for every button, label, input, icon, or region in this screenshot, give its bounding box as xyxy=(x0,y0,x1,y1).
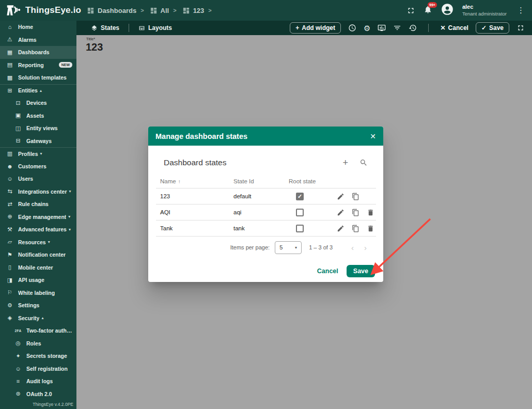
avatar-icon xyxy=(441,3,454,16)
sidebar-item-assets[interactable]: ▣ Assets xyxy=(0,109,76,122)
page-size-select[interactable]: 5 ▾ xyxy=(275,241,302,254)
previous-page-button[interactable]: ‹ xyxy=(346,243,359,252)
sidebar: ⌂ Home ⚠ Alarms ▦ Dashboards xyxy=(0,21,76,409)
customers-icon: ☻ xyxy=(5,163,14,169)
dialog-header: Manage dashboard states ✕ xyxy=(148,127,383,146)
plus-icon: + xyxy=(295,24,299,32)
search-button[interactable] xyxy=(359,159,368,167)
sidebar-item-profiles[interactable]: ▥ Profiles ▾ xyxy=(0,147,76,160)
sidebar-item-solution-templates[interactable]: ▩ Solution templates xyxy=(0,71,76,84)
sidebar-item-users[interactable]: ☺ Users xyxy=(0,172,76,185)
root-state-checkbox[interactable] xyxy=(296,209,304,216)
page: ThingsEye.io Dashboards > All > 123 xyxy=(0,0,532,409)
sidebar-item-audit-logs[interactable]: ≡ Audit logs xyxy=(0,375,76,388)
self-registration-icon: ☺ xyxy=(13,366,23,372)
white-labeling-icon: ⚐ xyxy=(5,289,14,296)
security-icon: ◈ xyxy=(5,314,14,321)
dialog-cancel-button[interactable]: Cancel xyxy=(317,268,338,275)
sidebar-item-reporting[interactable]: ▤ Reporting NEW xyxy=(0,59,76,72)
toolbar-fullscreen-button[interactable] xyxy=(517,24,525,32)
layouts-button[interactable]: Layouts xyxy=(135,22,175,34)
duplicate-state-button[interactable] xyxy=(350,207,361,218)
states-button[interactable]: States xyxy=(88,22,122,34)
sidebar-item-home[interactable]: ⌂ Home xyxy=(0,21,76,34)
more-menu-button[interactable]: ⋮ xyxy=(515,6,527,15)
sidebar-item-secrets-storage[interactable]: ✦ Secrets storage xyxy=(0,350,76,363)
trash-icon xyxy=(367,225,374,232)
sidebar-item-entities[interactable]: ⊞ Entities ▴ xyxy=(0,84,76,97)
table-header-row: Name↑ State Id Root state xyxy=(156,175,376,188)
edit-state-button[interactable] xyxy=(335,191,346,202)
dialog-close-button[interactable]: ✕ xyxy=(370,133,376,140)
sidebar-item-advanced-features[interactable]: ⚒ Advanced features ▾ xyxy=(0,223,76,236)
manage-dashboard-states-dialog: Manage dashboard states ✕ Dashboard stat… xyxy=(148,127,383,282)
sidebar-item-settings[interactable]: ⚙ Settings xyxy=(0,299,76,312)
breadcrumb-item-all[interactable]: All > xyxy=(150,7,178,14)
duplicate-state-button[interactable] xyxy=(350,191,361,202)
sidebar-item-roles[interactable]: ◎ Roles xyxy=(0,337,76,350)
sidebar-item-notification-center[interactable]: ⚑ Notification center xyxy=(0,248,76,261)
dialog-save-button[interactable]: Save xyxy=(347,265,375,277)
sidebar-item-oauth-2-0[interactable]: ⊛ OAuth 2.0 xyxy=(0,388,76,401)
cell-name: Tank xyxy=(156,225,233,231)
app-logo[interactable]: ThingsEye.io xyxy=(0,4,87,17)
sidebar-item-edge-management[interactable]: ⊕ Edge management ▾ xyxy=(0,211,76,224)
screen-chart-icon xyxy=(378,24,386,32)
avatar[interactable] xyxy=(441,3,454,18)
breadcrumb-item-123[interactable]: 123 > xyxy=(182,7,213,14)
cell-state-id: default xyxy=(233,193,289,199)
duplicate-state-button[interactable] xyxy=(350,223,361,234)
delete-state-button[interactable] xyxy=(365,223,376,234)
sidebar-item-rule-chains[interactable]: ⇄ Rule chains xyxy=(0,198,76,211)
oauth-2-0-icon: ⊛ xyxy=(13,390,23,397)
edit-state-button[interactable] xyxy=(335,207,346,218)
chevron-icon: ▾ xyxy=(40,151,42,156)
sidebar-item-resources[interactable]: ▱ Resources ▾ xyxy=(0,236,76,249)
sidebar-item-customers[interactable]: ☻ Customers xyxy=(0,160,76,173)
dashboard-title-value[interactable]: 123 xyxy=(86,41,103,53)
delete-state-button[interactable] xyxy=(365,207,376,218)
solution-templates-icon: ▩ xyxy=(5,74,14,81)
sidebar-item-devices[interactable]: ⊡ Devices xyxy=(0,97,76,109)
root-state-checkbox[interactable] xyxy=(296,225,304,232)
sidebar-item-self-registration[interactable]: ☺ Self registration xyxy=(0,363,76,375)
sidebar-item-two-factor-authentication[interactable]: 2FA Two-factor authenticati... xyxy=(0,324,76,337)
sidebar-item-gateways[interactable]: ⊟ Gateways xyxy=(0,135,76,148)
mobile-center-icon: ▯ xyxy=(5,264,14,271)
next-page-button[interactable]: › xyxy=(359,243,372,252)
column-header-name[interactable]: Name↑ xyxy=(156,178,233,184)
user-info[interactable]: alec Tenant administrator xyxy=(462,4,507,17)
sidebar-item-dashboards[interactable]: ▦ Dashboards xyxy=(0,46,76,59)
items-per-page-label: Items per page: xyxy=(230,244,270,250)
root-state-checkbox[interactable] xyxy=(296,193,304,200)
version-history-button[interactable] xyxy=(409,24,417,32)
add-widget-button[interactable]: + Add widget xyxy=(290,22,341,34)
dashboard-settings-button[interactable]: ⚙ xyxy=(364,24,370,32)
time-window-button[interactable] xyxy=(348,24,356,32)
breadcrumb-item-dashboards[interactable]: Dashboards > xyxy=(87,7,145,14)
audit-logs-icon: ≡ xyxy=(13,378,23,384)
sidebar-item-mobile-center[interactable]: ▯ Mobile center xyxy=(0,261,76,274)
sidebar-item-security[interactable]: ◈ Security ▴ xyxy=(0,312,76,325)
sidebar-item-api-usage[interactable]: ◨ API usage xyxy=(0,274,76,287)
column-header-root-state[interactable]: Root state xyxy=(289,178,333,184)
notifications-button[interactable]: 99+ xyxy=(424,5,432,16)
sidebar-item-white-labeling[interactable]: ⚐ White labeling xyxy=(0,287,76,300)
sidebar-item-alarms[interactable]: ⚠ Alarms xyxy=(0,34,76,46)
manage-layouts-button[interactable] xyxy=(378,24,386,32)
pencil-icon xyxy=(337,225,345,232)
column-header-state-id[interactable]: State Id xyxy=(233,178,289,184)
add-state-button[interactable]: + xyxy=(342,158,348,167)
sidebar-item-entity-views[interactable]: ◫ Entity views xyxy=(0,122,76,135)
filter-button[interactable] xyxy=(393,24,401,32)
notification-center-icon: ⚑ xyxy=(5,251,14,258)
api-usage-icon: ◨ xyxy=(5,277,14,284)
fullscreen-button[interactable] xyxy=(406,6,415,15)
filter-icon xyxy=(393,24,401,32)
toolbar-save-button[interactable]: ✓ Save xyxy=(476,22,509,34)
dialog-footer: Cancel Save xyxy=(317,265,375,277)
chevron-right-icon: › xyxy=(364,243,367,252)
sidebar-item-integrations-center[interactable]: ⇆ Integrations center ▾ xyxy=(0,185,76,198)
toolbar-cancel-button[interactable]: ✕ Cancel xyxy=(440,24,468,32)
edit-state-button[interactable] xyxy=(335,223,346,234)
